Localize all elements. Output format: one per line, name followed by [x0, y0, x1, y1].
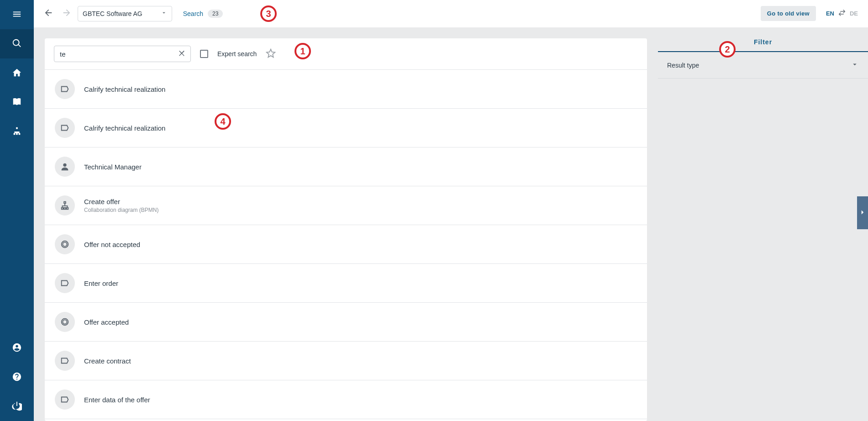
account-icon	[12, 342, 22, 354]
filter-panel: Filter Result type	[658, 27, 868, 421]
rail-search[interactable]	[0, 29, 34, 58]
swap-icon[interactable]	[837, 9, 847, 18]
breadcrumb-label: Search	[183, 10, 203, 17]
result-title: Enter order	[84, 279, 118, 287]
result-type-icon	[55, 157, 75, 177]
result-title: Enter data of the offer	[84, 396, 150, 404]
result-title: Calrify technical realization	[84, 85, 165, 93]
favorite-search-button[interactable]	[266, 48, 276, 60]
nav-back-button[interactable]	[41, 6, 56, 21]
workspace: Expert search Calrify technical realizat…	[34, 27, 868, 421]
clear-search-button[interactable]	[177, 48, 188, 59]
breadcrumb[interactable]: Search 23	[183, 10, 223, 18]
result-row[interactable]: Offer not accepted	[45, 225, 647, 264]
result-type-icon	[55, 273, 75, 293]
result-type-icon	[55, 118, 75, 138]
result-type-icon	[55, 312, 75, 332]
menu-button[interactable]	[0, 0, 34, 29]
result-text: Calrify technical realization	[84, 85, 165, 93]
arrow-left-icon	[43, 8, 53, 19]
result-title: Create contract	[84, 357, 131, 365]
result-row[interactable]: Create contract	[45, 342, 647, 380]
result-title: Technical Manager	[84, 163, 142, 171]
result-row[interactable]: Offer accepted	[45, 303, 647, 342]
result-text: Create offer Collaboration diagram (BPMN…	[84, 198, 158, 213]
power-icon	[12, 401, 22, 412]
star-icon	[266, 53, 276, 60]
hierarchy-icon	[12, 126, 22, 137]
lang-en[interactable]: EN	[826, 10, 834, 17]
go-to-old-view-button[interactable]: Go to old view	[761, 6, 816, 21]
result-row[interactable]: Calrify technical realization	[45, 70, 647, 109]
menu-icon	[12, 9, 22, 21]
search-icon	[12, 38, 22, 50]
result-text: Calrify technical realization	[84, 124, 165, 132]
result-text: Offer not accepted	[84, 241, 140, 248]
result-text: Create contract	[84, 357, 131, 365]
chevron-down-icon	[851, 60, 859, 70]
result-text: Enter order	[84, 279, 118, 287]
result-text: Offer accepted	[84, 318, 129, 326]
expert-search-checkbox[interactable]	[200, 50, 208, 58]
lang-de[interactable]: DE	[850, 10, 858, 17]
search-box	[54, 46, 191, 62]
rail-catalog[interactable]	[0, 88, 34, 117]
result-title: Offer not accepted	[84, 241, 140, 248]
breadcrumb-count: 23	[208, 10, 223, 18]
result-text: Enter data of the offer	[84, 396, 150, 404]
search-input[interactable]	[54, 46, 190, 62]
result-row[interactable]: Enter data of the offer	[45, 380, 647, 419]
collapse-handle[interactable]	[857, 196, 868, 229]
home-icon	[12, 68, 22, 79]
result-type-icon	[55, 195, 75, 216]
caret-down-icon	[161, 10, 167, 17]
result-type-icon	[55, 389, 75, 410]
filter-tabs: Filter	[658, 38, 868, 52]
result-row[interactable]: Enter order	[45, 264, 647, 303]
result-text: Technical Manager	[84, 163, 142, 171]
arrow-right-icon	[62, 8, 72, 19]
chevron-right-icon	[858, 208, 867, 218]
result-row[interactable]: Calrify technical realization	[45, 109, 647, 147]
book-icon	[12, 97, 22, 108]
result-row[interactable]: New offer created	[45, 419, 647, 421]
result-type-icon	[55, 79, 75, 99]
help-icon	[12, 372, 22, 383]
workspace-select[interactable]: GBTEC Software AG	[78, 6, 172, 21]
results-list[interactable]: Calrify technical realization Calrify te…	[45, 70, 647, 421]
result-title: Offer accepted	[84, 318, 129, 326]
nav-forward-button[interactable]	[59, 6, 74, 21]
result-row[interactable]: Technical Manager	[45, 147, 647, 186]
workspace-name: GBTEC Software AG	[83, 10, 142, 17]
result-title: Calrify technical realization	[84, 124, 165, 132]
search-card: Expert search Calrify technical realizat…	[45, 38, 647, 421]
expert-search-label: Expert search	[217, 50, 257, 58]
rail-home[interactable]	[0, 58, 34, 88]
result-subtitle: Collaboration diagram (BPMN)	[84, 207, 158, 213]
filter-tab[interactable]: Filter	[754, 38, 772, 46]
left-rail	[0, 0, 34, 421]
filter-section-label: Result type	[667, 62, 699, 69]
rail-account[interactable]	[0, 333, 34, 363]
rail-hierarchy[interactable]	[0, 117, 34, 146]
search-row: Expert search	[45, 38, 647, 70]
close-icon	[178, 49, 186, 59]
result-row[interactable]: Create offer Collaboration diagram (BPMN…	[45, 186, 647, 225]
rail-help[interactable]	[0, 363, 34, 392]
topbar: GBTEC Software AG Search 23 Go to old vi…	[34, 0, 868, 27]
result-type-icon	[55, 351, 75, 371]
result-type-icon	[55, 234, 75, 254]
rail-power[interactable]	[0, 392, 34, 421]
filter-section-result-type[interactable]: Result type	[658, 52, 868, 79]
result-title: Create offer	[84, 198, 158, 205]
